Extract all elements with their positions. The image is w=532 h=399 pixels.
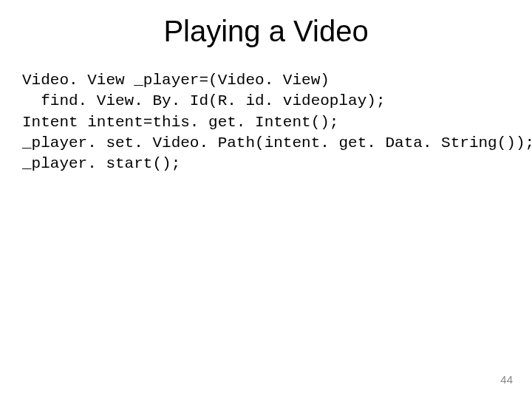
code-line: Intent intent=this. get. Intent(); <box>22 114 338 131</box>
page-number: 44 <box>500 373 513 386</box>
code-line: _player. set. Video. Path(intent. get. D… <box>22 134 532 151</box>
code-block: Video. View _player=(Video. View) find. … <box>0 70 532 175</box>
code-line: find. View. By. Id(R. id. videoplay); <box>22 92 385 109</box>
slide: Playing a Video Video. View _player=(Vid… <box>0 0 532 399</box>
slide-title: Playing a Video <box>0 0 532 70</box>
code-line: _player. start(); <box>22 155 180 172</box>
code-line: Video. View _player=(Video. View) <box>22 72 330 89</box>
